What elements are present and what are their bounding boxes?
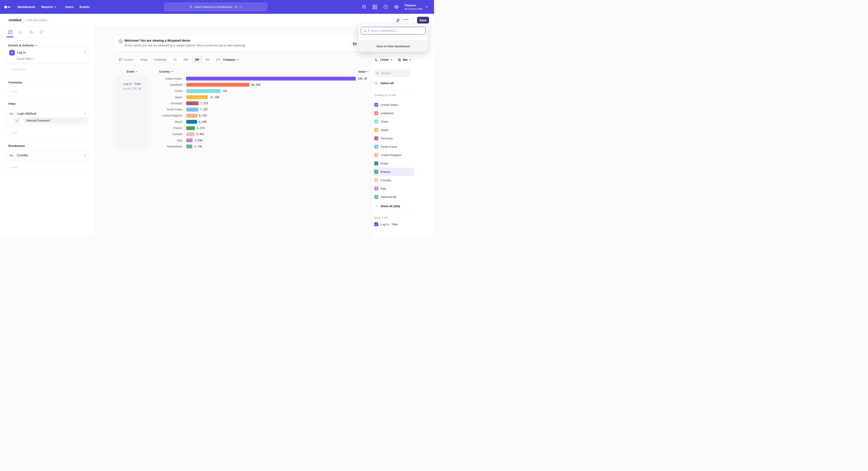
bar-china[interactable]: [186, 89, 221, 93]
filter-card-login-method[interactable]: Aa Login Method = Manual Password: [6, 109, 89, 125]
legend-item-undefined[interactable]: undefined: [373, 109, 414, 117]
legend-item-brazil[interactable]: Brazil: [373, 159, 414, 168]
filter-value-chip[interactable]: Manual Password: [24, 117, 88, 123]
event-series-panel[interactable]: Log In - Total Overall 276.5K: [115, 75, 149, 149]
range-custom[interactable]: Custom: [116, 56, 137, 63]
more-options-icon[interactable]: [404, 19, 408, 20]
country-column-header[interactable]: Country: [150, 70, 182, 73]
value-column-header[interactable]: Value: [354, 70, 373, 73]
nav-item-reports[interactable]: Reports: [41, 0, 56, 14]
legend-item-japan[interactable]: Japan: [373, 126, 414, 134]
tab-insights[interactable]: [6, 28, 14, 36]
legend-item-canada[interactable]: Canada: [373, 176, 414, 184]
bar-netherlands[interactable]: [186, 145, 192, 148]
tab-flows[interactable]: [27, 28, 35, 36]
apps-grid-icon[interactable]: [373, 0, 377, 14]
country-checkbox-checked[interactable]: [374, 170, 378, 174]
project-switcher[interactable]: Finance All Project Data: [405, 0, 423, 14]
bar-brazil[interactable]: [186, 120, 197, 124]
event-name[interactable]: Log In: [17, 51, 26, 54]
nav-item-dashboards[interactable]: Dashboards: [18, 0, 35, 14]
tab-funnels[interactable]: [17, 28, 24, 36]
legend-item-china[interactable]: China: [373, 117, 414, 126]
select-all-toggle[interactable]: Select all: [374, 81, 394, 85]
legend-item-netherlands[interactable]: Netherlands: [373, 193, 414, 201]
global-search-bar[interactable]: Open Reports & Dashboards ⌘ + K: [164, 3, 267, 11]
country-checkbox-checked[interactable]: [374, 137, 378, 140]
country-checkbox-checked[interactable]: [374, 178, 378, 182]
range-today[interactable]: Today: [137, 56, 151, 63]
filter-kebab-menu-icon[interactable]: [85, 112, 85, 115]
tab-retention[interactable]: [37, 28, 45, 36]
add-formula-button[interactable]: + Add: [6, 86, 89, 96]
save-to-dashboard-input[interactable]: Save to dashboard...: [361, 27, 426, 34]
report-title[interactable]: Untitled: [8, 18, 21, 22]
copy-link-icon[interactable]: [396, 18, 400, 22]
country-checkbox-checked[interactable]: [374, 120, 378, 123]
data-management-icon[interactable]: [362, 0, 367, 14]
bar-japan[interactable]: [186, 95, 208, 99]
nav-item-events[interactable]: Events: [80, 0, 90, 14]
bar-france[interactable]: [186, 126, 195, 130]
event-legend-label: Log In - Total: [381, 223, 398, 226]
save-to-new-dashboard-button[interactable]: Save to New Dashboard: [359, 40, 428, 52]
save-button[interactable]: Save: [417, 17, 429, 24]
add-filter-button[interactable]: + Add: [6, 127, 89, 138]
range-3m-active[interactable]: 3M: [192, 56, 202, 63]
country-checkbox-checked[interactable]: [374, 195, 378, 199]
bar-south-korea[interactable]: [186, 108, 198, 112]
select-all-checkbox-indeterminate[interactable]: [374, 81, 378, 85]
settings-gear-icon[interactable]: [394, 0, 399, 14]
legend-search-input[interactable]: Search: [374, 69, 410, 77]
scale-selector-button[interactable]: Linear: [374, 56, 394, 63]
legend-item-united-kingdom[interactable]: United Kingdom: [373, 151, 414, 159]
metric-card-log-in[interactable]: A Log In Count Total: [6, 47, 89, 63]
legend-item-italy[interactable]: Italy: [373, 184, 414, 193]
country-checkbox-checked[interactable]: [374, 145, 378, 149]
add-metric-button[interactable]: + Add Metric: [6, 64, 89, 74]
range-label: Today: [140, 58, 147, 61]
show-all-button[interactable]: Show all (184): [373, 203, 400, 209]
country-checkbox-checked[interactable]: [374, 103, 378, 107]
bar-value-label: 38.55K: [251, 83, 260, 86]
aggregation-selector[interactable]: Count Total: [17, 57, 34, 60]
bar-canada[interactable]: [186, 133, 195, 136]
range-7d[interactable]: 7D: [170, 56, 180, 63]
help-icon[interactable]: ?: [383, 0, 388, 14]
country-checkbox-checked[interactable]: [374, 187, 378, 190]
compare-button[interactable]: Compare: [220, 56, 242, 63]
range-6m[interactable]: 6M: [202, 56, 213, 63]
event-legend-item[interactable]: Log In - Total: [374, 223, 398, 226]
mixpanel-logo[interactable]: [4, 0, 12, 14]
nav-item-users[interactable]: Users: [65, 0, 74, 14]
legend-item-france[interactable]: France: [373, 168, 414, 176]
country-checkbox-checked[interactable]: [374, 111, 378, 115]
project-chevron-down-icon[interactable]: [426, 0, 428, 14]
bar-united-states[interactable]: [186, 77, 356, 81]
save-to-new-dashboard-label: Save to New Dashboard: [376, 45, 410, 48]
event-checkbox-checked[interactable]: [374, 223, 378, 226]
range-30d[interactable]: 30D: [180, 56, 192, 63]
bar-united-kingdom[interactable]: [186, 114, 197, 118]
event-column-header[interactable]: Event: [115, 70, 149, 73]
add-breakdown-button[interactable]: + Add: [6, 162, 89, 172]
country-checkbox-checked[interactable]: [374, 161, 378, 165]
legend-item-germany[interactable]: Germany: [373, 134, 414, 143]
breakdown-card-country[interactable]: Aa Country: [6, 150, 89, 160]
bar-germany[interactable]: [186, 101, 198, 105]
event-kebab-menu-icon[interactable]: [85, 51, 85, 54]
range-yesterday[interactable]: Yesterday: [151, 56, 170, 63]
legend-item-south-korea[interactable]: South Korea: [373, 143, 414, 151]
breakdown-kebab-menu-icon[interactable]: [85, 154, 85, 157]
bar-italy[interactable]: [186, 139, 193, 142]
legend-item-united-states[interactable]: United States: [373, 101, 414, 109]
country-checkbox-checked[interactable]: [374, 153, 378, 157]
add-description-field[interactable]: + Add description...: [24, 18, 49, 22]
breakdown-property-name[interactable]: Country: [17, 153, 28, 157]
bar-undefined[interactable]: [186, 83, 249, 87]
country-checkbox-checked[interactable]: [374, 128, 378, 132]
chart-type-button[interactable]: Bar: [396, 56, 413, 63]
events-cohorts-header[interactable]: Events & Cohorts: [8, 44, 37, 47]
filter-property-name[interactable]: Login Method: [17, 112, 36, 115]
filter-operator-chip[interactable]: =: [14, 117, 20, 123]
